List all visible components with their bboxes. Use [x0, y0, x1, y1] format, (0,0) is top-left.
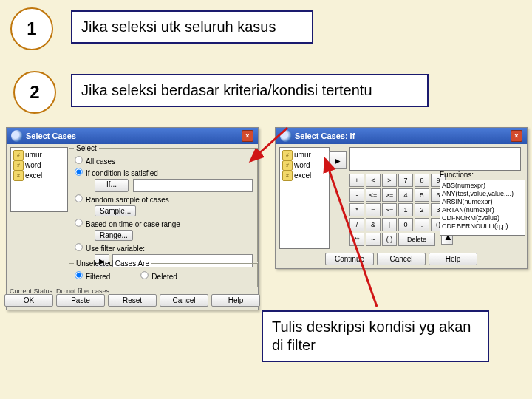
var-icon: #	[282, 171, 293, 181]
select-cases-window: Select Cases × #umur #word #excel Select…	[6, 127, 259, 310]
keypad-key[interactable]: 8	[415, 174, 429, 187]
if-expression[interactable]	[133, 179, 253, 192]
var-icon: #	[282, 150, 293, 160]
cancel-button[interactable]: Cancel	[377, 253, 426, 265]
move-right-button[interactable]: ▶	[329, 151, 347, 169]
ok-button[interactable]: OK	[4, 294, 53, 307]
keypad-key[interactable]: 4	[398, 188, 413, 202]
keypad-key[interactable]: >	[382, 174, 397, 187]
function-item[interactable]: CDFNORM(zvalue)	[442, 214, 523, 222]
keypad-key[interactable]: -	[349, 188, 364, 202]
unselected-group: Unselected Cases Are Filtered Deleted	[69, 259, 258, 287]
radio-deleted[interactable]: Deleted	[140, 270, 177, 282]
function-item[interactable]: ARTAN(numexpr)	[442, 206, 523, 214]
keypad-key[interactable]: **	[349, 233, 364, 246]
keypad-key[interactable]: *	[349, 203, 364, 216]
reset-button[interactable]: Reset	[108, 294, 157, 307]
titlebar[interactable]: Select Cases: If ×	[276, 128, 527, 144]
step-1-circle: 1	[10, 7, 53, 50]
caption-1: Jika seleksi utk seluruh kasus	[71, 10, 313, 44]
dialog-buttons: OK Paste Reset Cancel Help	[4, 294, 260, 307]
list-item[interactable]: #word	[282, 160, 327, 171]
radio-filtered[interactable]: Filtered	[74, 270, 110, 282]
list-item[interactable]: #word	[13, 160, 65, 171]
select-legend: Select	[74, 144, 99, 152]
if-button[interactable]: If...	[95, 179, 129, 192]
var-icon: #	[13, 160, 24, 171]
keypad-key[interactable]: Delete	[398, 233, 435, 246]
keypad-key[interactable]: <	[366, 174, 381, 187]
var-icon: #	[13, 150, 24, 160]
functions-label: Functions:	[440, 171, 474, 179]
variable-list[interactable]: #umur #word #excel	[279, 147, 330, 249]
keypad-key[interactable]: <=	[366, 188, 381, 202]
list-item[interactable]: #umur	[13, 150, 65, 160]
keypad-key[interactable]: 7	[398, 174, 413, 187]
keypad-key[interactable]: .	[415, 218, 429, 231]
cancel-button[interactable]: Cancel	[160, 294, 208, 307]
radio-case-range[interactable]: Based on time or case range	[74, 218, 253, 230]
function-item[interactable]: CDF.BERNOULLI(q,p)	[442, 222, 523, 231]
functions-list[interactable]: ABS(numexpr)ANY(test,value,value,...)ARS…	[440, 180, 525, 236]
keypad-key[interactable]: &	[366, 218, 381, 231]
function-item[interactable]: ANY(test,value,value,...)	[442, 190, 523, 198]
app-icon	[11, 130, 23, 142]
title: Select Cases: If	[295, 132, 355, 140]
caption-2: Jika seleksi berdasar kriteria/kondisi t…	[71, 74, 429, 107]
titlebar[interactable]: Select Cases ×	[7, 128, 258, 144]
keypad-key[interactable]: /	[349, 218, 364, 231]
select-cases-if-window: Select Cases: If × #umur #word #excel ▶ …	[275, 127, 528, 269]
keypad: +<>789-<=>=456*=~=123/&|0.()**~( )Delete	[349, 174, 446, 246]
radio-all-cases[interactable]: All cases	[74, 155, 253, 167]
expression-input[interactable]	[349, 147, 521, 171]
close-icon[interactable]: ×	[511, 130, 522, 142]
keypad-key[interactable]: 5	[415, 188, 429, 202]
var-icon: #	[13, 171, 24, 181]
help-button[interactable]: Help	[429, 253, 477, 265]
paste-button[interactable]: Paste	[56, 294, 105, 307]
list-item[interactable]: #excel	[13, 171, 65, 181]
keypad-key[interactable]: ~=	[382, 203, 397, 216]
keypad-key[interactable]: |	[382, 218, 397, 231]
var-icon: #	[282, 160, 293, 171]
keypad-key[interactable]: 0	[398, 218, 413, 231]
keypad-key[interactable]: =	[366, 203, 381, 216]
keypad-key[interactable]: ( )	[382, 233, 397, 246]
caption-3: Tulis deskripsi kondisi yg akan di filte…	[262, 310, 489, 362]
radio-random-sample[interactable]: Random sample of cases	[74, 194, 253, 205]
list-item[interactable]: #umur	[282, 150, 327, 160]
keypad-key[interactable]: 2	[415, 203, 429, 216]
list-item[interactable]: #excel	[282, 171, 327, 181]
step-2-num: 2	[30, 82, 39, 103]
dialog-buttons: Continue Cancel Help	[325, 253, 477, 265]
function-item[interactable]: ABS(numexpr)	[442, 182, 523, 190]
radio-if-condition[interactable]: If condition is satisfied	[74, 167, 253, 179]
continue-button[interactable]: Continue	[325, 253, 374, 265]
unselected-legend: Unselected Cases Are	[74, 259, 151, 267]
variable-list[interactable]: #umur #word #excel	[10, 147, 68, 212]
keypad-key[interactable]: >=	[382, 188, 397, 202]
help-button[interactable]: Help	[211, 294, 260, 307]
radio-filter-var[interactable]: Use filter variable:	[74, 242, 253, 254]
sample-button[interactable]: Sample...	[95, 205, 136, 216]
close-icon[interactable]: ×	[242, 130, 253, 142]
range-button[interactable]: Range...	[95, 230, 133, 241]
function-item[interactable]: ARSIN(numexpr)	[442, 198, 523, 206]
keypad-key[interactable]: ~	[366, 233, 381, 246]
select-group: Select All cases If condition is satisfi…	[69, 144, 258, 262]
keypad-key[interactable]: +	[349, 174, 364, 187]
app-icon	[280, 130, 292, 142]
title: Select Cases	[26, 132, 76, 140]
step-2-circle: 2	[13, 71, 56, 114]
step-1-num: 1	[27, 18, 36, 39]
keypad-key[interactable]: 1	[398, 203, 413, 216]
